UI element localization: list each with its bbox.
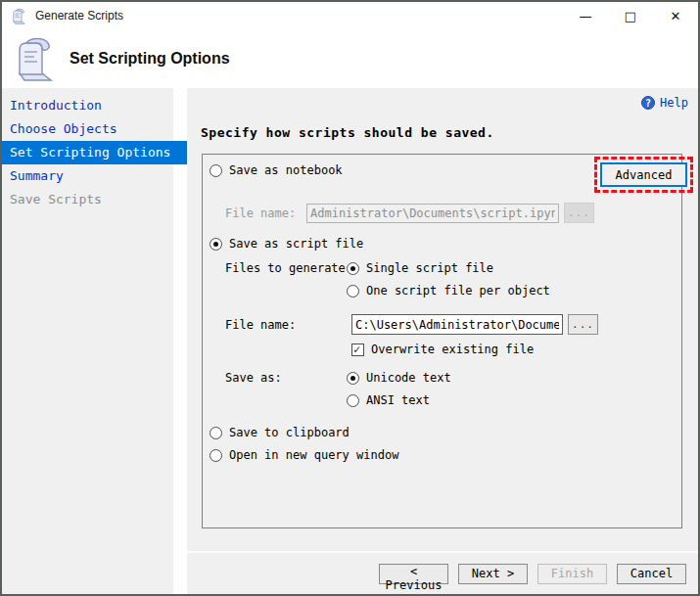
files-to-generate-label: Files to generate: xyxy=(225,261,347,298)
window-controls: — □ ✕ xyxy=(563,2,698,29)
save-to-clipboard-radio[interactable] xyxy=(210,427,222,439)
maximize-icon[interactable]: □ xyxy=(608,2,653,29)
wizard-footer: < Previous Next > Finish Cancel xyxy=(187,551,698,594)
save-as-notebook-label: Save as notebook xyxy=(229,163,343,177)
cancel-button[interactable]: Cancel xyxy=(617,564,686,584)
single-script-file-label: Single script file xyxy=(366,261,493,275)
save-as-encoding-label: Save as: xyxy=(225,371,347,407)
ansi-text-label: ANSI text xyxy=(366,393,430,407)
main-panel: ? Help Specify how scripts should be sav… xyxy=(187,88,698,594)
unicode-text-label: Unicode text xyxy=(366,371,451,385)
open-in-new-query-window-radio[interactable] xyxy=(210,449,222,462)
sidebar-item-choose-objects[interactable]: Choose Objects xyxy=(2,117,173,141)
open-in-new-query-window-label: Open in new query window xyxy=(229,448,398,462)
ansi-text-radio[interactable] xyxy=(347,394,359,407)
save-to-clipboard-label: Save to clipboard xyxy=(229,426,350,439)
sidebar-item-summary[interactable]: Summary xyxy=(2,164,173,188)
save-as-notebook-radio[interactable] xyxy=(210,164,222,177)
one-script-per-object-label: One script file per object xyxy=(366,284,550,298)
sidebar-item-introduction[interactable]: Introduction xyxy=(2,94,173,117)
wizard-body: Introduction Choose Objects Set Scriptin… xyxy=(2,88,698,594)
advanced-button[interactable]: Advanced xyxy=(600,162,687,187)
help-icon: ? xyxy=(641,96,655,110)
scroll-icon xyxy=(14,35,57,82)
single-script-file-radio[interactable] xyxy=(347,262,359,275)
one-script-per-object-radio[interactable] xyxy=(347,285,359,298)
sidebar-item-save-scripts[interactable]: Save Scripts xyxy=(2,188,173,211)
page-title: Set Scripting Options xyxy=(70,50,230,68)
help-link[interactable]: ? Help xyxy=(187,88,698,110)
help-label: Help xyxy=(660,96,688,110)
save-as-script-file-radio[interactable] xyxy=(210,238,222,251)
previous-button[interactable]: < Previous xyxy=(379,564,448,584)
save-options-group: Save as notebook Advanced File name: ...… xyxy=(202,154,682,528)
unicode-text-radio[interactable] xyxy=(347,372,359,385)
wizard-steps-sidebar: Introduction Choose Objects Set Scriptin… xyxy=(2,88,173,594)
minimize-icon[interactable]: — xyxy=(563,2,608,29)
next-button[interactable]: Next > xyxy=(458,564,528,584)
close-icon[interactable]: ✕ xyxy=(653,2,698,29)
finish-button: Finish xyxy=(537,564,607,584)
instruction-text: Specify how scripts should be saved. xyxy=(201,125,698,140)
notebook-file-name-label: File name: xyxy=(225,206,302,220)
overwrite-existing-file-checkbox[interactable] xyxy=(351,344,364,356)
window-title: Generate Scripts xyxy=(35,9,563,23)
title-bar: Generate Scripts — □ ✕ xyxy=(2,2,698,29)
wizard-header: Set Scripting Options xyxy=(2,29,698,88)
save-as-script-file-label: Save as script file xyxy=(229,237,363,251)
advanced-highlight-box: Advanced xyxy=(594,157,693,193)
overwrite-existing-file-label: Overwrite existing file xyxy=(371,343,534,356)
scroll-icon xyxy=(11,8,27,24)
sidebar-item-set-scripting-options[interactable]: Set Scripting Options xyxy=(2,141,187,164)
notebook-file-name-input xyxy=(306,204,559,223)
script-file-name-input[interactable] xyxy=(351,314,563,335)
script-browse-button[interactable]: ... xyxy=(568,314,598,335)
script-file-name-label: File name: xyxy=(225,318,347,332)
notebook-browse-button: ... xyxy=(564,203,594,223)
generate-scripts-window: { "window": { "title": "Generate Scripts… xyxy=(0,0,700,596)
